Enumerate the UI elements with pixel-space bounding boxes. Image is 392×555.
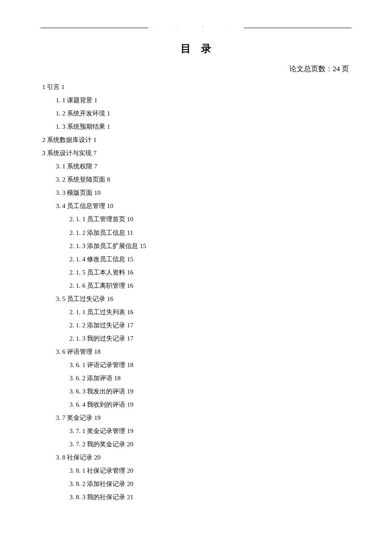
toc-entry: 3. 3 模版页面 10 xyxy=(42,186,352,199)
toc-entry: 1. 2 系统开发环境 1 xyxy=(42,107,352,120)
toc-entry: 3. 7. 1 奖金记录管理 19 xyxy=(42,425,352,438)
toc-entry: 1. 1 课题背景 1 xyxy=(42,94,352,107)
toc-entry: 3. 2 系统登陆页面 8 xyxy=(42,173,352,186)
toc-entry: 2. 1. 2 添加过失记录 17 xyxy=(42,319,352,332)
toc-entry: 3. 6 评语管理 18 xyxy=(42,345,352,358)
toc-entry: 2. 1. 4 修改员工信息 15 xyxy=(42,253,352,266)
toc-entry: 3. 4 员工信息管理 10 xyxy=(42,199,352,213)
toc-entry: 1 引言 1 xyxy=(42,81,352,94)
toc-entry: 2. 1. 6 员工离职管理 16 xyxy=(42,279,352,292)
toc-entry: 3. 6. 3 我发出的评语 19 xyxy=(42,385,352,398)
toc-entry: 3. 6. 2 添加评语 18 xyxy=(42,372,352,385)
document-page: . . . . 目录 论文总页数：24 页 1 引言 11. 1 课题背景 11… xyxy=(0,0,392,504)
toc-entry: 2. 1. 2 添加员工信息 11 xyxy=(42,226,352,240)
toc-entry: 2. 1. 5 员工本人资料 16 xyxy=(42,266,352,279)
header-dots: . . . . xyxy=(148,24,244,28)
toc-entry: 3. 7. 2 我的奖金记录 20 xyxy=(42,438,352,451)
toc-entry: 3. 6. 4 我收到的评语 19 xyxy=(42,398,352,411)
toc-entry: 3. 8. 3 我的社保记录 21 xyxy=(42,491,352,504)
toc-entry: 2 系统数据库设计 1 xyxy=(42,133,352,147)
total-pages-label: 论文总页数：24 页 xyxy=(40,64,352,74)
toc-entry: 3 系统设计与实现 7 xyxy=(42,147,352,160)
toc-entry: 2. 1. 1 员工过失列表 16 xyxy=(42,306,352,319)
toc-entry: 1. 3 系统预期结果 1 xyxy=(42,120,352,133)
toc-entry: 3. 7 奖金记录 19 xyxy=(42,411,352,425)
toc-entry: 3. 8. 1 社保记录管理 20 xyxy=(42,464,352,477)
table-of-contents: 1 引言 11. 1 课题背景 11. 2 系统开发环境 11. 3 系统预期结… xyxy=(40,81,352,504)
toc-entry: 3. 8 社保记录 20 xyxy=(42,451,352,464)
toc-entry: 2. 1. 3 我的过失记录 17 xyxy=(42,332,352,345)
toc-entry: 3. 5 员工过失记录 16 xyxy=(42,292,352,306)
toc-entry: 2. 1. 3 添加员工扩展信息 15 xyxy=(42,240,352,253)
toc-title: 目录 xyxy=(40,42,352,55)
toc-entry: 3. 1 系统权限 7 xyxy=(42,160,352,173)
header-rule: . . . . xyxy=(40,28,352,28)
toc-entry: 3. 6. 1 评语记录管理 18 xyxy=(42,358,352,372)
toc-entry: 3. 8. 2 添加社保记录 20 xyxy=(42,477,352,491)
toc-entry: 2. 1. 1 员工管理首页 10 xyxy=(42,213,352,226)
